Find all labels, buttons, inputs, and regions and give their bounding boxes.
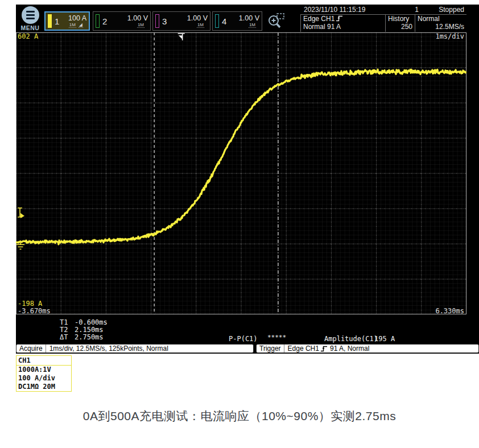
- acquisition-mode-box[interactable]: Normal 12.5MS/s: [415, 15, 466, 32]
- cursor-t2-readout: T22.150ms: [60, 326, 104, 334]
- vertical-scale: 100 A/div: [16, 374, 71, 383]
- channel-3-number: 3: [162, 17, 167, 26]
- impedance-1M-icon: 1M: [69, 23, 76, 28]
- channel-1-button[interactable]: 1 100 A 1M ◢: [44, 11, 90, 31]
- run-state-indicator: Stopped: [419, 6, 466, 14]
- bottom-status-bar: Acquire 1ms/div, 12.5MS/s, 125kPoints, N…: [16, 344, 479, 354]
- acquire-label: Acquire: [16, 345, 46, 352]
- channel-4-scale: 1.00 V: [239, 15, 259, 22]
- amplitude-measure-label: Amplitude(C1): [324, 335, 378, 343]
- impedance-1M-icon: 1M: [197, 23, 204, 28]
- acquisition-mode: Normal: [418, 15, 464, 23]
- channel-4-color-bar: [215, 14, 219, 28]
- sample-rate: 12.5MS/s: [418, 23, 464, 31]
- rising-edge-icon: [336, 15, 343, 22]
- channel-2-color-bar: [96, 14, 100, 28]
- probe-attenuation-icon: ◢: [79, 23, 83, 28]
- axis-right-time-label: 6.330ms: [435, 308, 464, 314]
- trigger-mode-level: Normal 91 A: [303, 23, 383, 31]
- axis-bottom-amp-label: -198 A: [18, 300, 42, 307]
- channel-4-number: 4: [222, 17, 226, 26]
- coupling-bandwidth: DC1MΩ 20M: [16, 383, 71, 391]
- axis-left-time-label: -3.670ms: [18, 308, 51, 314]
- trigger-settings-post: 91 A, Normal: [330, 345, 369, 352]
- zoom-search-icon: [265, 13, 287, 30]
- cursor-t1-readout: T1-0.600ms: [60, 318, 108, 326]
- measurement-readouts: T1-0.600ms T22.150ms ΔT2.750ms P-P(C1) *…: [16, 317, 479, 344]
- channel-info-title: CH1: [16, 356, 71, 366]
- menu-button-label: MENU: [17, 24, 43, 31]
- cursor-delta-t-readout: ΔT2.750ms: [60, 333, 104, 341]
- channel-2-number: 2: [102, 17, 107, 26]
- rising-edge-icon: [320, 346, 328, 352]
- channel-1-color-bar: [48, 14, 52, 28]
- pp-measure-label: P-P(C1): [229, 335, 258, 343]
- channel-4-button[interactable]: 4 1.00 V 1M: [212, 11, 262, 31]
- history-value: 250: [388, 23, 412, 31]
- trigger-label: Trigger: [257, 345, 284, 352]
- history-label: History: [388, 15, 412, 23]
- datetime-display: 2023/11/10 11:15:19: [300, 6, 387, 14]
- history-box[interactable]: History 250: [386, 15, 415, 32]
- impedance-1M-icon: 1M: [249, 23, 256, 28]
- channel-info-popup[interactable]: CH1 1000A:1V 100 A/div DC1MΩ 20M: [16, 355, 72, 392]
- channel-2-button[interactable]: 2 1.00 V 1M: [93, 11, 151, 31]
- channel-3-button[interactable]: 3 1.00 V 1M: [152, 11, 210, 31]
- trigger-settings-box[interactable]: Edge CH1 Normal 91 A: [300, 15, 386, 32]
- figure-caption: 0A到500A充电测试：电流响应（10%~90%）实测2.75ms: [0, 408, 479, 424]
- channel-3-color-bar: [155, 14, 159, 28]
- pp-measure-value: *****: [267, 334, 286, 341]
- amplitude-measure-value: 195 A: [374, 335, 395, 343]
- grid-lines: [16, 32, 466, 314]
- trigger-type: Edge CH1: [303, 15, 335, 23]
- impedance-1M-icon: 1M: [137, 23, 144, 28]
- probe-ratio: 1000A:1V: [16, 366, 71, 374]
- channel-2-scale: 1.00 V: [127, 15, 148, 22]
- acquisition-count: 1: [387, 6, 419, 14]
- timebase-label: 1ms/div: [435, 33, 464, 40]
- screenshot-root: MENU 1 100 A 1M ◢ 2 1.00 V: [0, 0, 479, 448]
- graticule-area: 602 A 1ms/div -198 A -3.670ms 6.330ms: [16, 32, 466, 314]
- scope-header: MENU 1 100 A 1M ◢ 2 1.00 V: [16, 5, 479, 32]
- acquire-status-box[interactable]: Acquire 1ms/div, 12.5MS/s, 125kPoints, N…: [16, 344, 254, 353]
- zoom-search-button[interactable]: [265, 13, 287, 30]
- menu-button[interactable]: MENU: [17, 6, 43, 32]
- oscilloscope-screen: MENU 1 100 A 1M ◢ 2 1.00 V: [16, 5, 479, 354]
- channel-1-scale: 100 A: [68, 15, 86, 22]
- acquisition-info-panel: 2023/11/10 11:15:19 1 Stopped Edge CH1 N…: [300, 6, 466, 32]
- channel-3-scale: 1.00 V: [187, 15, 208, 22]
- trigger-settings-pre: Edge CH1: [288, 345, 319, 352]
- waveform-plot: [16, 32, 466, 314]
- acquire-settings: 1ms/div, 12.5MS/s, 125kPoints, Normal: [46, 345, 172, 352]
- trigger-status-box[interactable]: Trigger Edge CH191 A, Normal: [256, 344, 479, 353]
- channel-1-number: 1: [55, 17, 59, 26]
- hamburger-menu-icon: [22, 6, 39, 24]
- axis-top-amp-label: 602 A: [18, 33, 38, 40]
